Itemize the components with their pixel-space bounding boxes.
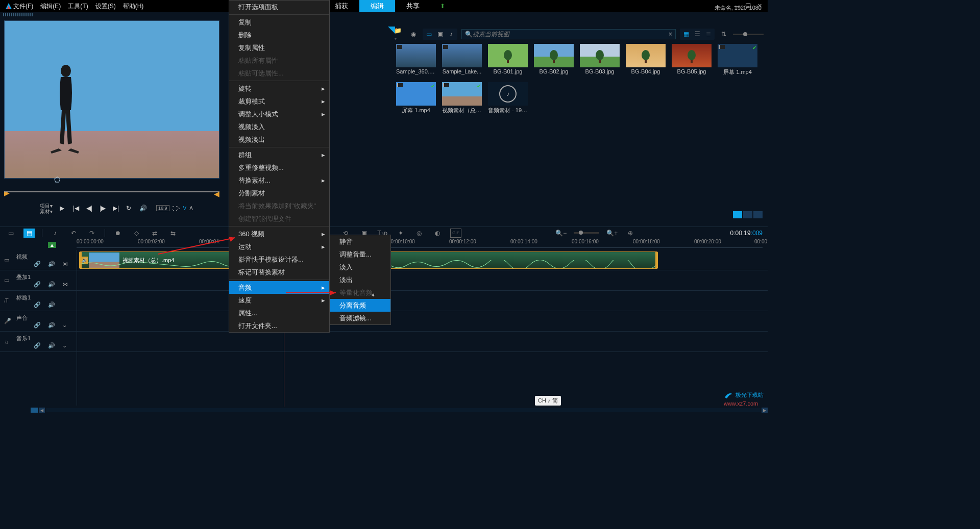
mute-icon[interactable]: 🔊 bbox=[48, 322, 55, 329]
zoom-slider[interactable] bbox=[574, 232, 599, 234]
media-thumb[interactable]: BG-B03.jpg bbox=[580, 44, 620, 76]
zoom-in-button[interactable]: 🔍+ bbox=[606, 229, 618, 238]
track-header-overlay[interactable]: ▭ 叠加1 🔗🔊⋈ bbox=[0, 270, 77, 291]
media-thumb[interactable]: ✔屏幕 1.mp4 bbox=[718, 44, 757, 76]
gif-button[interactable]: GIF bbox=[450, 229, 461, 238]
redo-button[interactable]: ↷ bbox=[86, 229, 97, 238]
menu-help[interactable]: 帮助(H) bbox=[123, 2, 144, 11]
filter-all-icon[interactable]: ▭ bbox=[424, 30, 434, 39]
menu-edit[interactable]: 编辑(E) bbox=[40, 2, 61, 11]
view-list-icon[interactable]: ☰ bbox=[692, 30, 702, 39]
track-row-overlay[interactable] bbox=[77, 270, 768, 291]
record-button[interactable]: ⏺ bbox=[112, 229, 124, 238]
menu-tool[interactable]: 工具(T) bbox=[68, 2, 88, 11]
source-toggle[interactable]: 项目▾素材▾ bbox=[40, 203, 53, 214]
paint-button[interactable]: ✦ bbox=[395, 229, 406, 238]
add-track-button[interactable]: ▲ bbox=[48, 242, 56, 248]
add-media-button[interactable]: 📁₊ bbox=[394, 30, 404, 39]
preview-monitor[interactable] bbox=[4, 20, 219, 179]
ctx-audio[interactable]: 音频▸ bbox=[229, 281, 329, 294]
media-thumb[interactable]: BG-B02.jpg bbox=[534, 44, 574, 76]
ctx-replace[interactable]: 替换素材...▸ bbox=[229, 174, 329, 187]
filter-photo-icon[interactable]: ▣ bbox=[435, 30, 445, 39]
go-start-button[interactable]: |◀ bbox=[73, 205, 81, 213]
drag-grip[interactable] bbox=[3, 13, 34, 16]
link-icon[interactable]: 🔗 bbox=[34, 301, 41, 308]
ctx-motion[interactable]: 运动▸ bbox=[229, 240, 329, 253]
ctx-multitrim[interactable]: 多重修整视频... bbox=[229, 161, 329, 174]
mode-edit[interactable]: 编辑 bbox=[359, 0, 395, 12]
undo-button[interactable]: ↶ bbox=[68, 229, 79, 238]
view-thumb-icon[interactable]: ▦ bbox=[681, 30, 691, 39]
track-header-video[interactable]: ▭ 视频 🔗🔊⋈ bbox=[0, 250, 77, 270]
capture-button[interactable]: ◉ bbox=[408, 30, 419, 39]
play-button[interactable]: ▶ bbox=[60, 205, 68, 213]
mark-in-icon[interactable]: ▶ bbox=[4, 189, 10, 197]
zoom-out-button[interactable]: 🔍− bbox=[555, 229, 567, 238]
scroll-left[interactable]: ◀ bbox=[39, 408, 45, 413]
ctx-delete[interactable]: 删除 bbox=[229, 29, 329, 41]
sub-fade-out[interactable]: 淡出 bbox=[330, 273, 390, 286]
marker-icon[interactable]: ⬠ bbox=[54, 175, 60, 184]
filter-audio-icon[interactable]: ♪ bbox=[446, 30, 456, 39]
motion-track-button[interactable]: ◎ bbox=[413, 229, 425, 238]
menu-file[interactable]: 文件(F) bbox=[13, 2, 33, 11]
sub-detach-audio[interactable]: 分离音频 bbox=[330, 299, 390, 312]
track-header-title[interactable]: ᵢT 标题1 🔗🔊x bbox=[0, 291, 77, 311]
ctx-template[interactable]: 影音快手模板设计器... bbox=[229, 253, 329, 266]
sub-audio-filter[interactable]: 音频滤镜... bbox=[330, 312, 390, 324]
sound-mixer-icon[interactable]: ♪ bbox=[50, 229, 61, 238]
link-icon[interactable]: 🔗 bbox=[34, 261, 41, 267]
sub-mute[interactable]: 静音 bbox=[330, 235, 390, 248]
ctx-group[interactable]: 群组▸ bbox=[229, 148, 329, 161]
ctx-rotate[interactable]: 旋转▸ bbox=[229, 82, 329, 95]
collapse-icon[interactable]: ⋈ bbox=[62, 261, 68, 267]
track-row-title[interactable] bbox=[77, 291, 768, 311]
mute-icon[interactable]: 🔊 bbox=[48, 281, 55, 288]
aspect-ratio[interactable]: 16:9 bbox=[156, 205, 169, 211]
ctx-360[interactable]: 360 视频▸ bbox=[229, 228, 329, 240]
media-thumb[interactable]: Sample_360.m... bbox=[396, 44, 436, 76]
scrub-bar[interactable]: ▶ ◀ bbox=[4, 189, 219, 195]
thumb-size-slider[interactable] bbox=[733, 34, 764, 35]
track-row-voice[interactable] bbox=[77, 311, 768, 332]
mute-icon[interactable]: 🔊 bbox=[48, 261, 55, 267]
resize-icon[interactable]: ⛶↘ bbox=[173, 206, 180, 211]
ctx-props[interactable]: 属性... bbox=[229, 307, 329, 319]
ripple-button[interactable]: ⇄ bbox=[149, 229, 160, 238]
menu-setting[interactable]: 设置(S) bbox=[95, 2, 116, 11]
clear-search-button[interactable]: × bbox=[669, 31, 672, 38]
link-icon[interactable]: 🔗 bbox=[34, 342, 41, 349]
link-icon[interactable]: 🔗 bbox=[34, 281, 41, 288]
track-header-music[interactable]: ♫ 音乐1 🔗🔊⌄ bbox=[0, 332, 77, 352]
search-input[interactable] bbox=[473, 31, 669, 38]
media-thumb[interactable]: ♪音频素材 - 196... bbox=[488, 82, 528, 114]
mark-out-icon[interactable]: ◀ bbox=[214, 190, 219, 198]
expand-icon[interactable]: ⌄ bbox=[62, 322, 67, 329]
ctx-open-options[interactable]: 打开选项面板 bbox=[229, 1, 329, 13]
loop-button[interactable]: ↻ bbox=[126, 205, 134, 213]
ctx-fadeout-v[interactable]: 视频淡出 bbox=[229, 133, 329, 146]
expand-icon[interactable]: ⌄ bbox=[62, 342, 67, 349]
media-thumb[interactable]: BG-B01.jpg bbox=[488, 44, 528, 76]
fit-button[interactable]: ⊕ bbox=[625, 229, 636, 238]
timeline-mode-icon[interactable]: ▤ bbox=[23, 229, 35, 238]
mode-share[interactable]: 共享 bbox=[395, 0, 431, 12]
scroll-button[interactable]: ⇆ bbox=[167, 229, 179, 238]
ctx-resize[interactable]: 调整大小模式▸ bbox=[229, 108, 329, 120]
upload-icon[interactable]: ⬆ bbox=[440, 3, 445, 10]
sub-adj-vol[interactable]: 调整音量... bbox=[330, 248, 390, 261]
timeline-tracks[interactable]: 🔊 视频素材（总）.mp4 bbox=[77, 250, 768, 406]
media-thumb[interactable]: Sample_Lake... bbox=[442, 44, 482, 76]
media-thumb[interactable]: ✔视频素材（总）... bbox=[442, 82, 482, 114]
scrollbar-track[interactable] bbox=[46, 408, 761, 412]
marker-button[interactable]: ◇ bbox=[131, 229, 142, 238]
mute-icon[interactable]: 🔊 bbox=[48, 301, 55, 308]
panel-mode-3[interactable] bbox=[753, 211, 763, 218]
volume-button[interactable]: 🔊 bbox=[139, 205, 148, 213]
panel-mode-1[interactable] bbox=[733, 211, 742, 218]
color-button[interactable]: ◐ bbox=[432, 229, 443, 238]
ctx-crop[interactable]: 裁剪模式▸ bbox=[229, 95, 329, 108]
ctx-copy-attr[interactable]: 复制属性 bbox=[229, 41, 329, 54]
scroll-right[interactable]: ▶ bbox=[762, 408, 768, 413]
